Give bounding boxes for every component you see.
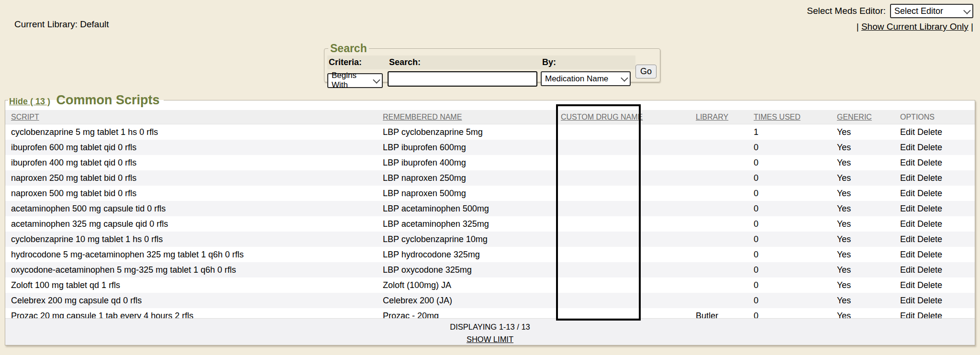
cell-options: Edit Delete — [900, 124, 975, 140]
show-limit-link[interactable]: SHOW LIMIT — [467, 335, 513, 344]
meds-library-page: { "colors": { "page_bg": "#f2ecdc", "acc… — [0, 0, 980, 355]
cell-custom-drug-name — [561, 201, 696, 216]
cell-times-used: 0 — [754, 247, 837, 262]
cell-generic: Yes — [837, 216, 900, 232]
cell-generic: Yes — [837, 232, 900, 247]
search-label: Search: — [388, 55, 541, 69]
column-header-custom-drug-name[interactable]: CUSTOM DRUG NAME — [561, 113, 643, 121]
hide-toggle-link[interactable]: Hide ( 13 ) — [9, 97, 50, 106]
edit-link[interactable]: Edit — [900, 158, 915, 167]
delete-link[interactable]: Delete — [917, 189, 942, 198]
cell-options: Edit Delete — [900, 232, 975, 247]
edit-link[interactable]: Edit — [900, 234, 915, 244]
delete-link[interactable]: Delete — [917, 127, 942, 137]
table-row: Celebrex 200 mg capsule qd 0 rflsCelebre… — [5, 293, 975, 308]
cell-generic: Yes — [837, 293, 900, 308]
delete-link[interactable]: Delete — [917, 204, 942, 213]
column-header-remembered-name[interactable]: REMEMBERED NAME — [383, 113, 462, 121]
cell-remembered-name: LBP acetaminophen 325mg — [383, 216, 561, 232]
edit-link[interactable]: Edit — [900, 143, 915, 152]
cell-times-used: 0 — [754, 186, 837, 201]
common-scripts-legend: Hide ( 13 ) Common Scripts — [8, 93, 164, 108]
column-header-script[interactable]: SCRIPT — [11, 113, 39, 121]
column-header-library[interactable]: LIBRARY — [696, 113, 728, 121]
go-button[interactable]: Go — [635, 65, 657, 78]
cell-remembered-name: LBP acetaminophen 500mg — [383, 201, 561, 216]
cell-times-used: 0 — [754, 232, 837, 247]
cell-script: naproxen 250 mg tablet bid 0 rfls — [5, 170, 383, 186]
cell-remembered-name: LBP cyclobenzaprine 5mg — [383, 124, 561, 140]
cell-times-used: 0 — [754, 140, 837, 155]
cell-library — [696, 170, 754, 186]
chevron-down-icon — [621, 74, 628, 82]
cell-generic: Yes — [837, 186, 900, 201]
edit-link[interactable]: Edit — [900, 280, 915, 290]
delete-link[interactable]: Delete — [917, 250, 942, 259]
criteria-select[interactable]: Begins With — [327, 73, 383, 88]
table-row: acetaminophen 500 mg capsule tid 0 rflsL… — [5, 201, 975, 216]
edit-link[interactable]: Edit — [900, 127, 915, 137]
by-select[interactable]: Medication Name — [541, 71, 631, 86]
show-current-library-link[interactable]: Show Current Library Only — [861, 22, 969, 32]
pipe-right: | — [971, 22, 973, 32]
edit-link[interactable]: Edit — [900, 250, 915, 259]
cell-remembered-name: LBP ibuprofen 400mg — [383, 155, 561, 170]
cell-times-used: 1 — [754, 124, 837, 140]
pipe-left: | — [857, 22, 859, 32]
cell-custom-drug-name — [561, 170, 696, 186]
cell-custom-drug-name — [561, 232, 696, 247]
delete-link[interactable]: Delete — [917, 158, 942, 167]
edit-link[interactable]: Edit — [900, 189, 915, 198]
table-row: ibuprofen 400 mg tablet qid 0 rflsLBP ib… — [5, 155, 975, 170]
cell-library — [696, 232, 754, 247]
edit-link[interactable]: Edit — [900, 296, 915, 305]
edit-link[interactable]: Edit — [900, 219, 915, 229]
cell-custom-drug-name — [561, 247, 696, 262]
table-row: acetaminophen 325 mg capsule qid 0 rflsL… — [5, 216, 975, 232]
delete-link[interactable]: Delete — [917, 219, 942, 229]
cell-custom-drug-name — [561, 293, 696, 308]
delete-link[interactable]: Delete — [917, 234, 942, 244]
column-header-generic[interactable]: GENERIC — [837, 113, 872, 121]
cell-options: Edit Delete — [900, 262, 975, 277]
table-row: naproxen 500 mg tablet bid 0 rflsLBP nap… — [5, 186, 975, 201]
edit-link[interactable]: Edit — [900, 204, 915, 213]
cell-generic: Yes — [837, 247, 900, 262]
delete-link[interactable]: Delete — [917, 265, 942, 275]
edit-link[interactable]: Edit — [900, 265, 915, 275]
common-scripts-title: Common Scripts — [56, 93, 159, 107]
table-row: ibuprofen 600 mg tablet qid 0 rflsLBP ib… — [5, 140, 975, 155]
meds-editor-select[interactable]: Select Editor — [890, 4, 973, 18]
cell-script: cyclobenzaprine 5 mg tablet 1 hs 0 rfls — [5, 124, 383, 140]
cell-remembered-name: LBP oxycodone 325mg — [383, 262, 561, 277]
cell-times-used: 0 — [754, 216, 837, 232]
edit-link[interactable]: Edit — [900, 173, 915, 183]
chevron-down-icon — [963, 7, 971, 14]
search-input[interactable] — [388, 71, 537, 87]
cell-custom-drug-name — [561, 262, 696, 277]
cell-options: Edit Delete — [900, 186, 975, 201]
cell-custom-drug-name — [561, 155, 696, 170]
cell-library — [696, 155, 754, 170]
delete-link[interactable]: Delete — [917, 280, 942, 290]
column-header-times-used[interactable]: TIMES USED — [754, 113, 801, 121]
cell-script: cyclobenzaprine 10 mg tablet 1 hs 0 rfls — [5, 232, 383, 247]
cell-script: acetaminophen 500 mg capsule tid 0 rfls — [5, 201, 383, 216]
delete-link[interactable]: Delete — [917, 173, 942, 183]
cell-options: Edit Delete — [900, 140, 975, 155]
cell-script: hydrocodone 5 mg-acetaminophen 325 mg ta… — [5, 247, 383, 262]
cell-script: oxycodone-acetaminophen 5 mg-325 mg tabl… — [5, 262, 383, 277]
common-scripts-fieldset: Hide ( 13 ) Common Scripts SCRIPT REMEMB… — [5, 93, 975, 345]
delete-link[interactable]: Delete — [917, 296, 942, 305]
cell-times-used: 0 — [754, 155, 837, 170]
criteria-label: Criteria: — [327, 55, 388, 69]
cell-custom-drug-name — [561, 124, 696, 140]
table-row: naproxen 250 mg tablet bid 0 rflsLBP nap… — [5, 170, 975, 186]
search-fieldset: Search Criteria: Search: By: Go Begins W… — [324, 42, 660, 82]
delete-link[interactable]: Delete — [917, 143, 942, 152]
cell-generic: Yes — [837, 201, 900, 216]
search-form: Criteria: Search: By: Go Begins With Med… — [327, 55, 657, 88]
criteria-selected-value: Begins With — [332, 71, 368, 90]
cell-generic: Yes — [837, 124, 900, 140]
cell-library — [696, 216, 754, 232]
